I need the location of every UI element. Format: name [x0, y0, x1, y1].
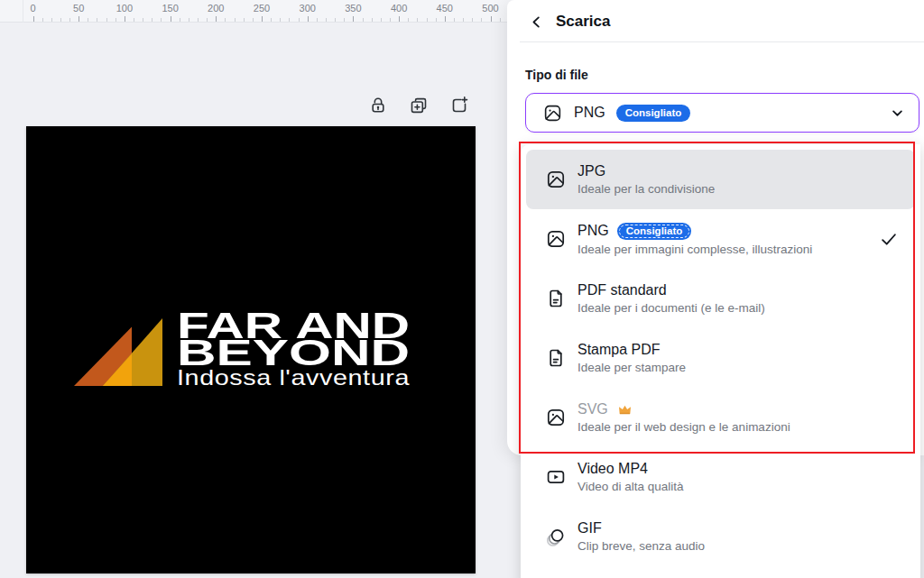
ruler-tick [125, 16, 125, 22]
ruler-tick [445, 16, 446, 22]
file-type-option-video-mp4[interactable]: Video MP4Video di alta qualità [526, 447, 915, 507]
ruler-tick [262, 16, 263, 22]
panel-title: Scarica [556, 13, 611, 31]
page-toolbar [366, 94, 471, 117]
ruler-label: 300 [300, 3, 316, 14]
divider [520, 41, 924, 42]
ruler-tick [189, 18, 189, 22]
design-page[interactable]: FAR AND BEYOND Indossa l'avventura [26, 126, 476, 573]
image-icon [545, 169, 567, 190]
option-label: PNG [578, 223, 609, 239]
ruler-tick [271, 18, 272, 22]
ruler-tick [51, 18, 52, 22]
ruler-tick [216, 16, 217, 22]
ruler-tick [280, 18, 281, 22]
ruler-tick [363, 18, 364, 22]
ruler-tick [79, 16, 79, 22]
ruler-tick [399, 16, 400, 22]
recommended-badge: Consigliato [617, 223, 692, 240]
ruler-tick [152, 18, 152, 22]
option-description: Ideale per immagini complesse, illustraz… [578, 243, 812, 256]
ruler-tick [427, 18, 428, 22]
option-label: Stampa PDF [578, 342, 661, 358]
logo-text[interactable]: FAR AND BEYOND Indossa l'avventura [177, 312, 411, 389]
ruler-tick [335, 18, 336, 22]
ruler-tick [408, 18, 409, 22]
ruler-tick [225, 18, 226, 22]
ruler-tick [463, 18, 464, 22]
ruler-label: 350 [345, 3, 361, 14]
file-type-dropdown: JPGIdeale per la condivisionePNGConsigli… [521, 144, 920, 578]
ruler-tick [207, 18, 208, 22]
document-icon [545, 347, 567, 369]
ruler-tick [472, 18, 473, 22]
ruler-label: 150 [162, 3, 178, 14]
ruler-tick [353, 16, 354, 22]
option-description: Ideale per i documenti (e le e-mail) [578, 301, 765, 315]
image-icon [545, 228, 567, 250]
file-type-option-jpg[interactable]: JPGIdeale per la condivisione [526, 150, 915, 209]
ruler-label: 400 [391, 3, 407, 14]
ruler-tick [198, 18, 199, 22]
panel-header: Scarica [507, 0, 924, 41]
ruler-tick [97, 18, 97, 22]
ruler-tick [143, 18, 143, 22]
ruler-label: 500 [482, 3, 498, 14]
option-description: Clip breve, senza audio [578, 539, 705, 553]
ruler-tick [381, 18, 382, 22]
logo-tagline: Indossa l'avventura [177, 367, 457, 389]
add-page-icon[interactable] [448, 94, 471, 117]
ruler-tick [417, 18, 418, 22]
unlock-icon[interactable] [366, 94, 390, 117]
option-description: Ideale per il web design e le animazioni [578, 420, 790, 434]
ruler-tick [134, 18, 134, 22]
crown-icon [618, 404, 632, 416]
file-type-option-stampa-pdf[interactable]: Stampa PDFIdeale per stampare [526, 328, 915, 388]
logo-line-2: BEYOND [177, 339, 531, 366]
ruler-label: 200 [208, 3, 224, 14]
file-type-select[interactable]: PNG Consigliato [525, 93, 919, 133]
ruler-tick [289, 18, 290, 22]
back-button[interactable] [527, 13, 545, 31]
ruler-tick [69, 18, 70, 22]
ruler-label: 50 [73, 3, 84, 14]
logo-triangles[interactable] [70, 314, 171, 388]
option-label: JPG [578, 163, 605, 179]
ruler-tick [491, 16, 492, 22]
ruler-tick [116, 18, 116, 22]
image-icon [545, 407, 567, 428]
ruler-label: 250 [254, 3, 270, 14]
ruler-tick [372, 18, 373, 22]
option-label: PDF standard [578, 282, 667, 298]
ruler-tick [454, 18, 455, 22]
option-description: Ideale per stampare [578, 361, 686, 374]
file-type-label: Tipo di file [525, 68, 924, 82]
ruler-tick [60, 18, 61, 22]
recommended-badge: Consigliato [616, 105, 691, 122]
ruler-tick [161, 18, 162, 22]
check-icon [879, 229, 899, 249]
ruler-tick [500, 18, 501, 22]
ruler-tick [171, 16, 171, 22]
file-type-option-pdf-standard[interactable]: PDF standardIdeale per i documenti (e le… [526, 269, 915, 328]
selected-file-type: PNG [574, 105, 605, 121]
ruler-tick [390, 18, 391, 22]
file-type-option-gif[interactable]: GIFClip breve, senza audio [526, 507, 915, 566]
ruler-tick [88, 18, 88, 22]
file-type-option-png[interactable]: PNGConsigliatoIdeale per immagini comple… [526, 209, 915, 269]
option-description: Ideale per la condivisione [578, 182, 715, 196]
ruler-tick [308, 16, 309, 22]
ruler-label: 0 [30, 3, 35, 14]
duplicate-page-icon[interactable] [407, 94, 430, 117]
ruler-tick [235, 18, 236, 22]
canva-editor: 050100150200250300350400450500 [0, 0, 924, 578]
ruler-tick [344, 18, 345, 22]
chevron-down-icon [891, 106, 904, 120]
gif-icon [545, 526, 567, 547]
image-icon [542, 103, 563, 124]
video-icon [545, 466, 567, 488]
ruler-tick [253, 18, 254, 22]
option-label: Video MP4 [578, 461, 648, 477]
option-description: Video di alta qualità [578, 480, 684, 493]
file-type-option-svg[interactable]: SVGIdeale per il web design e le animazi… [526, 388, 915, 447]
